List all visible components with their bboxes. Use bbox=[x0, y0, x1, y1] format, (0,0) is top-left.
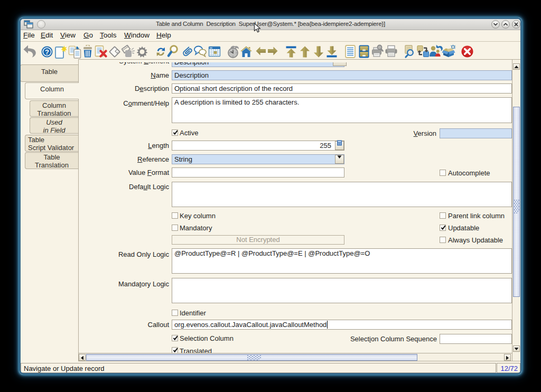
svg-text:?: ? bbox=[45, 48, 49, 56]
